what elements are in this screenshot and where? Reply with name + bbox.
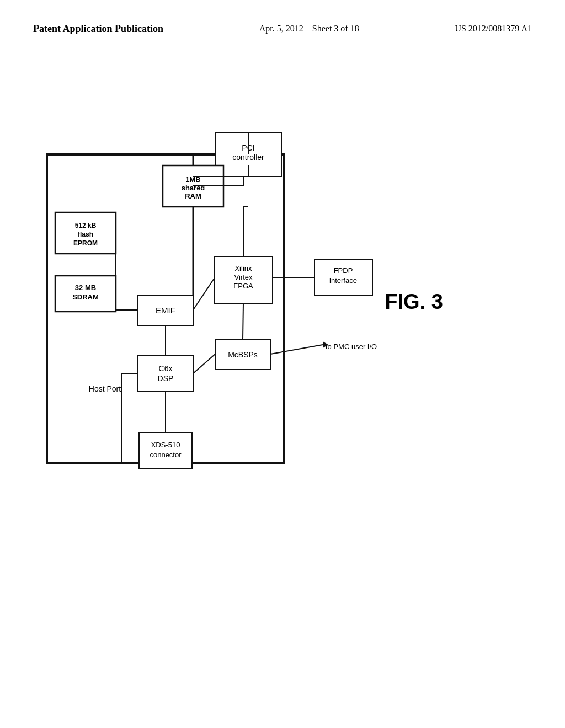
svg-text:Virtex: Virtex [234,273,253,281]
svg-marker-56 [323,341,328,348]
svg-text:512 kB: 512 kB [75,222,97,229]
svg-rect-4 [163,165,223,207]
svg-rect-0 [47,154,284,463]
svg-text:to PMC user I/O: to PMC user I/O [326,342,377,351]
svg-text:RAM: RAM [185,192,201,200]
svg-text:XDS-510: XDS-510 [151,441,180,449]
svg-text:flash: flash [78,231,93,238]
diagram-svg: PCI controller 1MB shared RAM 512 kB fla… [0,47,565,681]
svg-text:Xilinx: Xilinx [234,264,252,272]
svg-rect-1 [215,132,281,176]
svg-line-55 [270,345,323,354]
svg-text:FPDP: FPDP [334,266,353,275]
patent-number: US 2012/0081379 A1 [455,22,532,35]
svg-text:Host Port: Host Port [89,384,121,393]
svg-text:EMIF: EMIF [156,306,175,315]
svg-rect-17 [138,356,193,392]
svg-rect-30 [315,259,372,295]
sheet-info: Apr. 5, 2012 Sheet 3 of 18 [259,22,359,35]
svg-rect-8 [55,212,116,254]
svg-text:1MB: 1MB [185,175,200,184]
svg-text:McBSPs: McBSPs [228,350,258,359]
svg-text:FIG. 3: FIG. 3 [385,290,443,313]
svg-rect-20 [139,433,192,469]
svg-rect-15 [138,295,193,325]
svg-rect-26 [214,256,273,303]
svg-text:shared: shared [182,184,205,192]
publication-title: Patent Application Publication [33,22,163,36]
svg-text:C6x: C6x [159,364,173,373]
svg-text:EPROM: EPROM [73,239,98,247]
svg-text:FPGA: FPGA [233,282,253,290]
svg-text:interface: interface [329,276,357,285]
svg-rect-24 [215,339,270,370]
svg-text:32 MB: 32 MB [75,283,96,292]
page-header: Patent Application Publication Apr. 5, 2… [0,0,565,47]
svg-rect-12 [55,276,116,312]
svg-text:DSP: DSP [158,374,174,383]
diagram-area: PCI controller 1MB shared RAM 512 kB fla… [0,47,565,681]
svg-line-45 [193,354,215,373]
svg-text:SDRAM: SDRAM [72,293,99,301]
svg-line-53 [243,303,243,339]
svg-line-52 [193,279,214,310]
svg-text:PCI: PCI [242,143,254,152]
svg-text:controller: controller [232,153,264,162]
svg-text:connector: connector [150,451,182,459]
